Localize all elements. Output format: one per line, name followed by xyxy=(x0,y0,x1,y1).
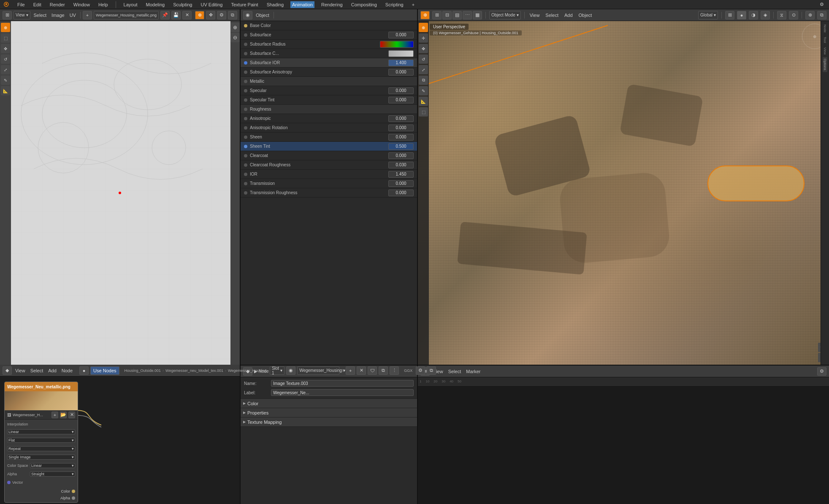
np-label-field[interactable]: Wegemesser_Ne... xyxy=(271,389,414,396)
node-img-close[interactable]: ✕ xyxy=(68,412,75,418)
anisotropic-value[interactable]: 0.000 xyxy=(388,115,414,122)
vp-view[interactable]: View xyxy=(528,12,542,19)
ne-object-icon[interactable]: ● xyxy=(79,366,89,375)
subsurface-ior-value[interactable]: 1.400 xyxy=(388,60,414,66)
node-img-open[interactable]: 📂 xyxy=(60,412,67,418)
vp-tool-move[interactable]: ✥ xyxy=(419,44,428,53)
uv-editor-icon[interactable]: ⊞ xyxy=(3,11,12,19)
view-dropdown[interactable]: View ▾ xyxy=(14,11,30,19)
ne-fake-user[interactable]: 🛡 xyxy=(368,366,377,375)
uv-new[interactable]: + xyxy=(83,11,92,19)
ne-new[interactable]: + xyxy=(346,366,355,375)
menu-animation[interactable]: Animation xyxy=(290,1,314,8)
ba-select[interactable]: Select xyxy=(447,368,463,375)
ne-add[interactable]: Add xyxy=(46,367,58,374)
object-mode-dropdown[interactable]: Object Mode ▾ xyxy=(489,11,521,19)
menu-file[interactable]: File xyxy=(16,1,27,8)
vp-tool-add[interactable]: ⬚ xyxy=(419,107,428,117)
ne-select[interactable]: Select xyxy=(29,367,45,374)
ba-settings[interactable]: ⚙ xyxy=(817,367,826,376)
uv-filename-dropdown[interactable]: Wegemesser_Housing_metallic.png xyxy=(94,11,159,19)
vp-icon1[interactable]: ⊞ xyxy=(432,11,442,19)
transmission-value[interactable]: 0.000 xyxy=(388,180,414,187)
menu-layout[interactable]: Layout xyxy=(122,1,139,8)
vp-tool-cursor[interactable]: ✛ xyxy=(419,33,428,43)
specular-tint-value[interactable]: 0.000 xyxy=(388,97,414,103)
menu-render[interactable]: Render xyxy=(48,1,67,8)
ba-marker[interactable]: Marker xyxy=(464,368,482,375)
tab-node[interactable]: Node xyxy=(823,23,827,34)
tab-tool[interactable]: Tool xyxy=(823,35,827,45)
uv-close[interactable]: ✕ xyxy=(182,11,192,19)
menu-help[interactable]: Help xyxy=(97,1,110,8)
uv-zoom-out[interactable]: ⊖ xyxy=(230,33,240,42)
ne-extra[interactable]: ⋮ xyxy=(390,366,399,375)
ior-value[interactable]: 1.450 xyxy=(388,171,414,178)
ne-use-nodes-check[interactable]: Use Nodes xyxy=(90,366,119,375)
sheen-value[interactable]: 0.000 xyxy=(388,134,414,141)
clearcoat-roughness-value[interactable]: 0.030 xyxy=(388,162,414,168)
uv-select[interactable]: Select xyxy=(32,12,49,19)
menu-texture-paint[interactable]: Texture Paint xyxy=(229,1,260,8)
vp-material[interactable]: ◑ xyxy=(749,11,758,19)
tool-scale[interactable]: ⤢ xyxy=(1,65,10,74)
node-editor-icon[interactable]: ◆ xyxy=(3,366,12,375)
menu-compositing[interactable]: Compositing xyxy=(349,1,379,8)
ne-view[interactable]: View xyxy=(14,367,27,374)
uv-save[interactable]: 💾 xyxy=(171,11,181,19)
shader-icon[interactable]: ◉ xyxy=(243,11,252,19)
node-img-new[interactable]: + xyxy=(51,412,58,418)
menu-sculpting[interactable]: Sculpting xyxy=(171,1,194,8)
vp-icon5[interactable]: ▦ xyxy=(473,11,482,19)
vp-gizmo[interactable]: ⊕ xyxy=(805,11,815,19)
ne-settings[interactable]: ⚙ xyxy=(416,366,425,375)
slot-dropdown[interactable]: Slot 1 ▾ xyxy=(270,366,284,375)
properties-section-header[interactable]: ▶ Properties xyxy=(241,408,417,417)
vp-solid[interactable]: ● xyxy=(737,11,746,19)
ne-overlay[interactable]: ⧉ xyxy=(427,366,436,375)
alpha-select[interactable]: Straight ▾ xyxy=(30,471,75,477)
uv-zoom-in[interactable]: ⊕ xyxy=(230,23,240,32)
menu-shading[interactable]: Shading xyxy=(265,1,285,8)
uv-uv[interactable]: UV xyxy=(68,12,78,19)
tool-cursor[interactable]: ⊕ xyxy=(1,23,10,32)
uv-overlay[interactable]: ⧉ xyxy=(228,11,237,19)
transmission-roughness-value[interactable]: 0.000 xyxy=(388,190,414,196)
vp-object[interactable]: Object xyxy=(577,12,594,19)
vp-icon2[interactable]: ⊟ xyxy=(442,11,452,19)
menu-gear[interactable]: ⚙ xyxy=(818,1,826,8)
vp-add[interactable]: Add xyxy=(563,12,574,19)
subsurface-radius-value[interactable] xyxy=(380,41,414,48)
vp-overlay[interactable]: ⧉ xyxy=(817,11,826,19)
uv-orbit[interactable]: ⊕ xyxy=(195,11,204,19)
tool-select-box[interactable]: ⬚ xyxy=(1,33,10,43)
ne-duplicate[interactable]: ⧉ xyxy=(379,366,388,375)
uv-image[interactable]: Image xyxy=(50,12,66,19)
sh-object[interactable]: Object xyxy=(254,12,271,19)
vp-tool-annotate[interactable]: ✎ xyxy=(419,86,428,95)
vp-render[interactable]: ◈ xyxy=(761,11,770,19)
tool-move[interactable]: ✥ xyxy=(1,44,10,53)
vp-cursor-icon[interactable]: ⊕ xyxy=(420,11,430,19)
vp-global-dropdown[interactable]: Global ▾ xyxy=(698,11,718,19)
ne-unlink[interactable]: ✕ xyxy=(357,366,366,375)
clearcoat-value[interactable]: 0.000 xyxy=(388,152,414,159)
texture-mapping-section-header[interactable]: ▶ Texture Mapping xyxy=(241,417,417,427)
interpolation-select[interactable]: Linear ▾ xyxy=(7,429,75,434)
menu-rendering[interactable]: Rendering xyxy=(320,1,344,8)
vp-prop-edit[interactable]: ⊙ xyxy=(789,11,798,19)
vp-xray[interactable]: ⊞ xyxy=(725,11,734,19)
subsurface-anisotropy-value[interactable]: 0.000 xyxy=(388,69,414,76)
menu-modeling[interactable]: Modeling xyxy=(144,1,167,8)
ne-node[interactable]: Node xyxy=(60,367,74,374)
menu-edit[interactable]: Edit xyxy=(32,1,43,8)
ne-material-icon[interactable]: ◉ xyxy=(286,366,295,375)
tool-measure[interactable]: 📐 xyxy=(1,86,10,95)
source-select[interactable]: Single Image ▾ xyxy=(7,455,75,460)
colorspace-select[interactable]: Linear ▾ xyxy=(30,463,75,468)
tab-options[interactable]: Options xyxy=(823,57,827,72)
projection-select[interactable]: Flat ▾ xyxy=(7,438,75,443)
sheen-tint-value[interactable]: 0.500 xyxy=(388,143,414,150)
menu-plus[interactable]: + xyxy=(410,1,416,8)
vp-icon3[interactable]: ▤ xyxy=(452,11,462,19)
